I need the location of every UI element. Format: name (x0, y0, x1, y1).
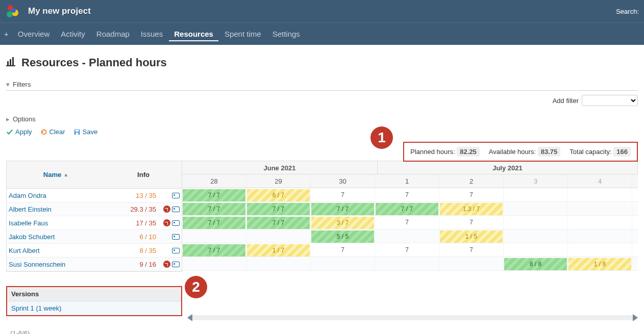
resource-name-link[interactable]: Adam Ondra (9, 192, 113, 199)
day-cell: 1.3 / 7 (439, 202, 504, 215)
month-july: July 2021 (378, 161, 638, 174)
day-cell (246, 257, 311, 270)
day-cell: 7 / 7 (375, 202, 439, 215)
svg-rect-7 (6, 65, 15, 66)
day-cell: 7 / 7 (182, 188, 246, 201)
resource-info: 8 / 35 (113, 247, 159, 254)
sort-asc-icon: ▲ (63, 172, 68, 177)
pagination-text: (1-6/6) (10, 329, 638, 334)
options-toggle[interactable]: ▸ Options (6, 113, 638, 125)
available-hours-value: 83.75 (538, 147, 561, 157)
column-header-info[interactable]: Info (105, 161, 182, 188)
add-icon[interactable]: + (4, 27, 12, 41)
day-cell: 7 (375, 243, 439, 256)
allocation-bar[interactable]: 6 / 7 (247, 189, 310, 201)
planned-hours-value: 82.25 (457, 147, 480, 157)
svg-point-3 (11, 8, 16, 13)
scroll-left-icon[interactable] (187, 314, 192, 321)
clear-button[interactable]: Clear (40, 128, 65, 136)
check-icon (6, 129, 13, 136)
row-icons (159, 261, 180, 268)
total-capacity-value: 166 (613, 147, 631, 157)
timeline-row: 7 / 76 / 7777 (182, 188, 638, 202)
allocation-bar[interactable]: 7 / 7 (311, 203, 374, 215)
day-cell: 1 / 5 (439, 229, 504, 243)
right-column: June 2021 July 2021 28 29 30 1 2 3 4 7 /… (182, 161, 638, 272)
row-icons (159, 219, 180, 226)
timeline-row: 7 / 77 / 77 / 77 / 71.3 / 7 (182, 202, 638, 216)
page-title: Resources - Planned hours (6, 56, 638, 69)
svg-rect-6 (12, 57, 14, 65)
allocation-bar[interactable]: 7 / 7 (183, 244, 245, 256)
day-cell (568, 243, 632, 256)
day-cell (504, 243, 568, 256)
row-icons (159, 193, 180, 198)
nav-overview[interactable]: Overview (13, 27, 55, 41)
vcard-icon[interactable] (172, 248, 180, 253)
app-logo (5, 4, 20, 19)
day-cell: 7 / 7 (182, 216, 246, 229)
save-button[interactable]: Save (73, 128, 98, 136)
day-cell (182, 257, 246, 270)
clock-icon (163, 205, 170, 213)
allocation-bar[interactable]: 7 / 7 (183, 217, 245, 229)
version-link[interactable]: Sprint 1 (1 week) (7, 301, 181, 315)
page-title-text: Resources - Planned hours (21, 56, 167, 69)
allocation-bar[interactable]: 8 / 8 (504, 258, 567, 270)
day-cell: 7 / 7 (182, 243, 246, 256)
vcard-icon[interactable] (172, 207, 180, 212)
nav-settings[interactable]: Settings (267, 27, 305, 41)
day-cell: 7 (311, 243, 375, 256)
svg-rect-9 (75, 130, 79, 132)
add-filter-select[interactable] (582, 95, 638, 106)
resource-info: 6 / 10 (113, 233, 159, 241)
allocation-bar[interactable]: 1 / 8 (568, 258, 631, 270)
scroll-right-icon[interactable] (633, 314, 638, 321)
vcard-icon[interactable] (172, 193, 180, 198)
day-cell (568, 229, 632, 243)
filters-toggle[interactable]: ▾ Filters (6, 79, 638, 91)
resource-name-link[interactable]: Albert Einstein (9, 205, 113, 213)
allocation-bar[interactable]: 7 / 7 (183, 189, 245, 201)
month-june: June 2021 (182, 161, 378, 174)
vcard-icon[interactable] (172, 262, 180, 267)
day-30: 30 (311, 174, 375, 188)
nav-resources[interactable]: Resources (169, 27, 218, 41)
vcard-icon[interactable] (172, 220, 180, 226)
allocation-bar[interactable]: 3 / 7 (311, 217, 374, 229)
allocation-bar[interactable]: 7 / 7 (183, 203, 245, 215)
resource-name-link[interactable]: Isabelle Faus (9, 219, 113, 227)
day-cell (246, 229, 311, 243)
timeline-scrollbar[interactable] (188, 315, 637, 320)
nav-roadmap[interactable]: Roadmap (91, 27, 135, 41)
column-header-name[interactable]: Name▲ (7, 161, 105, 188)
allocation-bar[interactable]: 1.3 / 7 (440, 203, 503, 215)
day-cell: 5 / 5 (311, 229, 375, 243)
nav-activity[interactable]: Activity (56, 27, 90, 41)
allocation-bar[interactable]: 7 / 7 (376, 203, 438, 215)
day-cell (182, 229, 246, 243)
resource-name-link[interactable]: Kurt Albert (9, 247, 113, 254)
bar-chart-icon (6, 56, 16, 69)
vcard-icon[interactable] (172, 234, 180, 240)
nav-spent-time[interactable]: Spent time (219, 27, 266, 41)
svg-point-2 (7, 11, 13, 17)
resource-name-link[interactable]: Susi Sonnenschein (9, 261, 113, 268)
allocation-bar[interactable]: 1 / 7 (247, 244, 310, 256)
allocation-bar[interactable]: 7 / 7 (247, 203, 310, 215)
day-cell: 7 / 7 (182, 202, 246, 215)
timeline-row: 8 / 81 / 8 (182, 257, 638, 271)
nav-issues[interactable]: Issues (136, 27, 168, 41)
allocation-bar[interactable]: 1 / 5 (440, 230, 503, 243)
svg-rect-5 (10, 59, 11, 65)
allocation-bar[interactable]: 5 / 5 (311, 230, 374, 243)
resource-info: 13 / 35 (113, 192, 159, 199)
resource-name-link[interactable]: Jakob Schubert (9, 233, 113, 241)
day-cell (568, 216, 632, 229)
row-icons (159, 205, 180, 213)
allocation-bar[interactable]: 7 / 7 (247, 217, 310, 229)
clock-icon (163, 219, 170, 226)
apply-button[interactable]: Apply (6, 128, 32, 136)
chevron-right-icon: ▸ (6, 115, 10, 123)
project-title[interactable]: My new project (28, 6, 616, 16)
